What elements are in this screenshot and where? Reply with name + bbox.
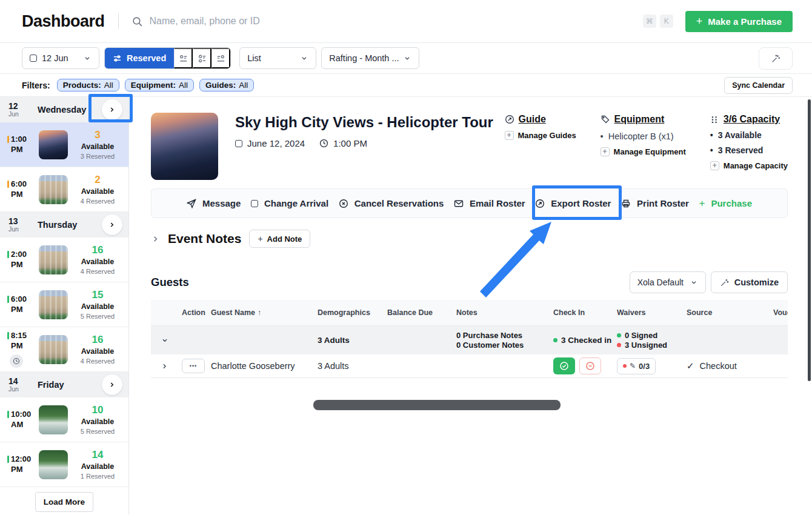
event-notes-heading: Event Notes <box>168 231 241 246</box>
guest-demographics: 3 Adults <box>318 361 387 371</box>
customize-button[interactable]: Customize <box>711 271 788 293</box>
roster-view-select[interactable]: Xola Default <box>630 271 706 293</box>
calendar-icon <box>251 200 258 207</box>
capacity-link[interactable]: 3/6 Capacity <box>710 114 788 125</box>
export-circle-arrow-icon <box>535 199 545 208</box>
event-notes-section: Event Notes + Add Note <box>151 230 310 248</box>
col-balance-due: Balance Due <box>387 308 456 317</box>
print-roster-button[interactable]: Print Roster <box>617 198 693 209</box>
day-header-thursday: 13 Jun Thursday <box>0 212 128 238</box>
row-actions-button[interactable]: ••• <box>182 359 205 373</box>
reserved-filter-button[interactable]: Reserved <box>105 48 174 68</box>
plus-icon: + <box>699 198 705 210</box>
source-cell: ✓ Checkout <box>687 360 773 371</box>
chevron-down-icon[interactable] <box>161 336 169 345</box>
guide-assignment-toggle[interactable] <box>174 48 193 68</box>
equipment-assignment-toggle[interactable] <box>193 48 211 68</box>
bullet: • <box>710 145 713 155</box>
no-show-button[interactable] <box>579 357 601 374</box>
plus-box-icon: + <box>601 147 610 156</box>
sort-asc-icon: ↑ <box>258 308 261 317</box>
k-key-badge: K <box>660 15 673 28</box>
manage-capacity-link[interactable]: + Manage Capacity <box>710 161 788 170</box>
layout-select[interactable]: List <box>239 47 316 69</box>
col-source: Source <box>687 308 773 317</box>
sync-calendar-button[interactable]: Sync Calendar <box>724 77 793 94</box>
wand-icon <box>720 278 729 287</box>
cancel-reservations-button[interactable]: Cancel Reservations <box>335 198 448 209</box>
manage-equipment-link[interactable]: + Manage Equipment <box>601 147 686 156</box>
chevron-down-icon <box>83 54 92 62</box>
equipment-filter-pill[interactable]: Equipment: All <box>125 79 194 91</box>
chevron-right-icon[interactable] <box>151 234 160 244</box>
global-search <box>132 15 643 27</box>
sidebar-event-6pm[interactable]: 6:00 PM 2 Available 4 Reserved <box>0 167 128 212</box>
guides-filter-pill[interactable]: Guides: All <box>199 79 254 91</box>
summary-checked-in: 3 Checked in <box>553 336 617 345</box>
guests-table: Action Guest Name↑ Demographics Balance … <box>151 300 788 378</box>
expand-day-button[interactable] <box>102 374 122 395</box>
equipment-column: Equipment • Helicopter B (x1) + Manage E… <box>601 114 686 170</box>
search-input[interactable] <box>148 15 427 27</box>
sidebar-event-6pm-thu[interactable]: 6:00 PM 15 Available 5 Reserved <box>0 282 128 327</box>
calendar-icon <box>235 140 242 147</box>
check-icon: ✓ <box>687 360 694 371</box>
cmd-key-badge: ⌘ <box>643 15 656 28</box>
day-date: 13 Jun <box>8 217 29 233</box>
envelope-icon <box>454 199 464 208</box>
make-a-purchase-button[interactable]: + Make a Purchase <box>685 11 793 32</box>
event-thumbnail <box>39 335 68 364</box>
load-more-button[interactable]: Load More <box>35 492 93 512</box>
chevron-right-icon <box>108 221 116 229</box>
green-dot-icon <box>553 338 557 342</box>
chevron-right-icon[interactable] <box>161 362 168 370</box>
col-guest-name[interactable]: Guest Name↑ <box>211 308 318 317</box>
sidebar-event-2pm[interactable]: 2:00 PM 16 Available 4 Reserved <box>0 238 128 282</box>
capacity-assignment-toggle[interactable] <box>211 48 230 68</box>
bullet: • <box>710 130 713 140</box>
manage-guides-link[interactable]: + Manage Guides <box>505 131 576 140</box>
guide-column: Guide + Manage Guides <box>505 114 576 170</box>
sidebar-event-10am[interactable]: 10:00 AM 10 Available 5 Reserved <box>0 397 128 442</box>
col-notes: Notes <box>456 308 553 317</box>
export-roster-button[interactable]: Export Roster <box>531 198 614 209</box>
capacity-available: • 3 Available <box>710 130 788 140</box>
chevron-right-icon <box>108 105 116 114</box>
product-select[interactable]: Rafting - Month ... <box>321 47 419 69</box>
guide-link[interactable]: Guide <box>505 114 576 125</box>
sidebar-event-1pm[interactable]: 1:00 PM 3 Available 3 Reserved <box>0 122 128 167</box>
purchase-button[interactable]: + Purchase <box>696 197 756 210</box>
equipment-link[interactable]: Equipment <box>601 114 686 125</box>
waiver-status-pill[interactable]: ✎ 0/3 <box>617 358 656 374</box>
message-button[interactable]: Message <box>183 198 244 209</box>
sidebar-event-815pm[interactable]: 8:15 PM 16 Available 4 Reserved <box>0 327 128 372</box>
guest-row: ••• Charlotte Gooseberry 3 Adults <box>151 354 788 378</box>
capacity-column: 3/6 Capacity • 3 Available • 3 Reserved … <box>710 114 788 170</box>
reschedule-clock-icon <box>10 354 23 368</box>
magic-wand-button[interactable] <box>759 47 793 70</box>
check-in-button[interactable] <box>553 357 575 374</box>
chevron-down-icon <box>403 54 411 62</box>
send-icon <box>187 199 196 208</box>
col-vouchers: Vouchers <box>773 308 788 317</box>
sidebar-event-12pm[interactable]: 12:00 PM 14 Available 1 Reserved <box>0 442 128 487</box>
change-arrival-button[interactable]: Change Arrival <box>247 198 332 209</box>
event-date: June 12, 2024 <box>247 138 305 148</box>
products-filter-pill[interactable]: Products: All <box>57 79 119 91</box>
circle-x-icon <box>339 199 348 208</box>
calendar-icon <box>30 55 37 62</box>
expand-day-button[interactable] <box>102 214 122 235</box>
equipment-item: • Helicopter B (x1) <box>601 131 686 141</box>
people-list-icon <box>216 54 225 63</box>
expand-day-button[interactable] <box>102 99 122 120</box>
view-mode-group: Reserved <box>104 47 231 69</box>
guest-name[interactable]: Charlotte Gooseberry <box>211 361 318 371</box>
minus-circle-icon <box>585 361 595 371</box>
add-note-button[interactable]: + Add Note <box>249 230 310 248</box>
email-roster-button[interactable]: Email Roster <box>450 198 529 209</box>
horizontal-scrollbar[interactable] <box>313 400 561 410</box>
date-picker-button[interactable]: 12 Jun <box>22 47 99 69</box>
vertical-scrollbar[interactable] <box>808 99 811 381</box>
bullet: • <box>601 131 604 141</box>
checkin-cell <box>553 357 617 374</box>
